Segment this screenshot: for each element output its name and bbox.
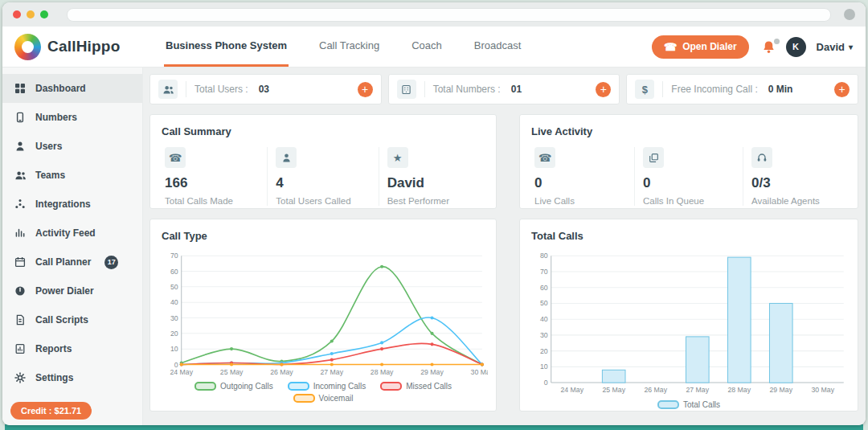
svg-text:10: 10 (170, 345, 178, 353)
divider (662, 81, 663, 97)
window-zoom-button[interactable] (40, 10, 48, 18)
svg-text:24 May: 24 May (560, 386, 583, 394)
svg-text:80: 80 (540, 252, 548, 260)
total-calls-card: Total Calls 0102030405060708024 May25 Ma… (519, 219, 858, 412)
add-number-button[interactable]: + (596, 82, 611, 97)
chart-title: Total Calls (520, 219, 858, 250)
sidebar-item-numbers[interactable]: Numbers (2, 103, 142, 132)
sidebar-item-integrations[interactable]: Integrations (2, 190, 142, 219)
legend-item[interactable]: Total Calls (657, 400, 720, 409)
app-logo[interactable]: CallHippo (14, 27, 143, 67)
svg-text:30: 30 (170, 314, 178, 322)
svg-text:60: 60 (170, 268, 178, 276)
total-calls-legend: Total Calls (528, 399, 850, 411)
dashboard-icon (14, 83, 27, 94)
svg-text:24 May: 24 May (170, 368, 193, 376)
legend-item[interactable]: Missed Calls (380, 382, 452, 391)
sidebar-item-settings[interactable]: Settings (2, 363, 142, 392)
svg-text:29 May: 29 May (420, 368, 444, 376)
stat-label: Total Users Called (276, 196, 370, 206)
legend-swatch (380, 382, 402, 391)
browser-url-bar[interactable] (67, 8, 831, 22)
user-menu[interactable]: David ▾ (817, 41, 853, 53)
stats-row: Total Users : 03 + Total Numbers : 01 + … (149, 74, 858, 104)
avatar[interactable]: K (786, 37, 806, 57)
svg-text:20: 20 (540, 347, 548, 355)
plus-icon: + (838, 84, 845, 95)
svg-text:40: 40 (170, 298, 178, 306)
person-icon (14, 141, 27, 152)
credit-badge: Credit : $21.71 (10, 402, 92, 420)
sidebar-item-label: Numbers (35, 112, 77, 123)
stat-value: 166 (165, 175, 259, 191)
group-icon (14, 170, 27, 181)
stat-label: Free Incoming Call : (671, 84, 757, 95)
sidebar-item-dashboard[interactable]: Dashboard (2, 74, 142, 103)
card-title: Call Summary (150, 115, 496, 145)
sidebar-item-label: Settings (35, 372, 73, 383)
card-title: Live Activity (520, 115, 858, 145)
notifications-bell-icon[interactable] (762, 40, 776, 54)
legend-item[interactable]: Incoming Calls (288, 382, 366, 391)
browser-profile-icon[interactable] (844, 9, 855, 20)
sidebar-item-reports[interactable]: Reports (2, 334, 142, 363)
open-dialer-button[interactable]: ☎ Open Dialer (652, 35, 749, 59)
sidebar-item-call-scripts[interactable]: Call Scripts (2, 305, 142, 334)
nav-broadcast[interactable]: Broadcast (473, 27, 523, 67)
sidebar-item-label: Dashboard (35, 83, 86, 94)
svg-text:50: 50 (170, 283, 178, 291)
legend-swatch (194, 382, 216, 391)
queue-icon (643, 147, 664, 168)
total-numbers-card: Total Numbers : 01 + (388, 74, 620, 104)
page-background-strip (5, 424, 863, 430)
calendar-icon (14, 256, 27, 268)
callhippo-logo-icon (14, 34, 41, 60)
svg-text:10: 10 (540, 362, 548, 371)
svg-text:30: 30 (540, 331, 548, 339)
call-type-legend: Outgoing CallsIncoming CallsMissed Calls… (185, 380, 462, 404)
svg-text:50: 50 (540, 299, 548, 307)
best-performer-stat: ★ David Best Performer (379, 147, 489, 206)
sidebar-item-users[interactable]: Users (2, 132, 142, 161)
nav-coach[interactable]: Coach (410, 27, 444, 67)
svg-text:28 May: 28 May (728, 386, 751, 394)
phone-icon: ☎ (165, 147, 186, 168)
svg-text:26 May: 26 May (270, 368, 293, 376)
stat-label: Total Numbers : (433, 84, 501, 95)
svg-text:25 May: 25 May (603, 386, 626, 394)
stat-value: 0 (643, 175, 735, 191)
add-credit-button[interactable]: + (834, 82, 850, 97)
sidebar-item-label: Users (35, 141, 62, 152)
window-close-button[interactable] (13, 10, 21, 18)
legend-label: Total Calls (683, 400, 720, 409)
svg-text:70: 70 (540, 268, 548, 276)
sidebar-item-activity-feed[interactable]: Activity Feed (2, 219, 142, 248)
notification-dot (774, 39, 780, 44)
stat-value: 0 Min (768, 84, 793, 95)
nav-call-tracking[interactable]: Call Tracking (317, 27, 381, 67)
legend-label: Voicemail (319, 394, 354, 403)
total-users-called-stat: 4 Total Users Called (267, 147, 378, 206)
legend-item[interactable]: Voicemail (293, 394, 354, 403)
svg-text:30 May: 30 May (812, 386, 835, 394)
legend-label: Incoming Calls (313, 382, 366, 391)
call-summary-card: Call Summary ☎ 166 Total Calls Made 4 To… (149, 114, 497, 209)
svg-text:27 May: 27 May (686, 386, 710, 394)
add-user-button[interactable]: + (358, 82, 373, 97)
legend-swatch (657, 400, 679, 409)
sidebar-item-teams[interactable]: Teams (2, 161, 142, 190)
plus-icon: + (362, 84, 368, 95)
svg-text:60: 60 (540, 284, 548, 292)
window-minimize-button[interactable] (27, 10, 35, 18)
nav-business-phone-system[interactable]: Business Phone System (164, 27, 289, 67)
sidebar-item-power-dialer[interactable]: Power Dialer (2, 276, 142, 305)
sidebar-item-call-planner[interactable]: Call Planner 17 (2, 248, 142, 276)
legend-item[interactable]: Outgoing Calls (194, 382, 273, 391)
live-activity-card: Live Activity ☎ 0 Live Calls 0 Calls In … (519, 114, 858, 209)
sidebar-item-label: Activity Feed (35, 227, 96, 239)
svg-text:40: 40 (540, 315, 548, 323)
dollar-icon: $ (635, 80, 654, 99)
main-content: Total Users : 03 + Total Numbers : 01 + … (143, 68, 866, 425)
svg-text:26 May: 26 May (645, 386, 668, 394)
live-calls-stat: ☎ 0 Live Calls (526, 147, 634, 206)
